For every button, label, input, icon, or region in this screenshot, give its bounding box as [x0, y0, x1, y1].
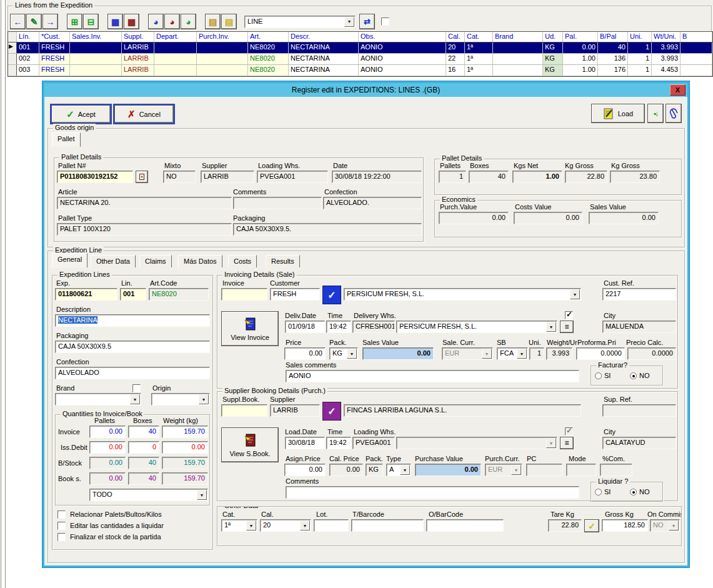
cat-select[interactable]: 1ª: [221, 519, 257, 532]
o-barcode-field[interactable]: [426, 519, 504, 532]
tab-claims[interactable]: Claims: [139, 255, 172, 267]
liquidar-no-radio[interactable]: NO: [630, 488, 650, 496]
close-button[interactable]: X: [670, 84, 686, 96]
iss-debit-boxes-field[interactable]: 0: [128, 441, 159, 454]
description-field[interactable]: NECTARINA: [55, 314, 210, 327]
chevron-down-icon[interactable]: [400, 465, 410, 475]
radio-selected-icon[interactable]: [630, 372, 637, 379]
tab-other-data[interactable]: Other Data: [91, 255, 136, 267]
line-confection-field[interactable]: ALVEOLADO: [55, 367, 210, 379]
chevron-down-icon[interactable]: [246, 521, 256, 531]
line-packaging-field[interactable]: CAJA 50X30X9.5: [55, 341, 210, 353]
radio-icon[interactable]: [595, 489, 602, 496]
iss-debit-weight-field[interactable]: 0.00: [162, 441, 208, 454]
asign-price-field[interactable]: 0.00: [284, 464, 326, 476]
origin-select[interactable]: [151, 393, 210, 406]
book-mode-select[interactable]: TODO: [89, 489, 208, 501]
grid-column-header[interactable]: Cat.: [465, 32, 493, 42]
grid-column-header[interactable]: Ud.: [543, 32, 563, 42]
delivery-report-button[interactable]: ≡: [560, 321, 574, 333]
grid-column-header[interactable]: Descr.: [289, 32, 359, 42]
load-button[interactable]: Load: [591, 104, 645, 123]
chevron-down-icon[interactable]: [347, 349, 357, 359]
chevron-down-icon[interactable]: [130, 394, 140, 404]
grid-column-header[interactable]: Wt/Uni.: [652, 32, 681, 42]
delivery-checkbox[interactable]: [565, 311, 573, 319]
invoice-weight-field[interactable]: 159.70: [162, 426, 208, 438]
grid-column-header[interactable]: Depart.: [154, 32, 197, 42]
suppl-book-field[interactable]: [221, 404, 267, 417]
chevron-down-icon[interactable]: [344, 17, 354, 27]
proforma-field[interactable]: 0.0000: [576, 347, 625, 360]
load-time-field[interactable]: 19:42: [326, 437, 351, 449]
accept-button[interactable]: ✓ Acept: [51, 105, 111, 123]
exp-field[interactable]: 011800621: [55, 288, 117, 301]
facturar-no-radio[interactable]: NO: [630, 372, 650, 379]
delivery-whs-select[interactable]: PERSICUM FRESH, S.L.: [396, 321, 557, 333]
tab-costs[interactable]: Costs: [228, 255, 257, 267]
toolbar-checkbox[interactable]: [381, 17, 389, 26]
customer-validate-icon[interactable]: ✓: [322, 286, 341, 304]
chevron-down-icon[interactable]: [517, 349, 527, 359]
tab-pallet[interactable]: Pallet: [52, 132, 81, 147]
type-select[interactable]: A: [386, 464, 411, 476]
chevron-down-icon[interactable]: [570, 289, 580, 299]
tab-results[interactable]: Results: [266, 255, 300, 267]
grid-column-header[interactable]: Art.: [248, 32, 289, 42]
finalizar-checkbox[interactable]: [57, 533, 66, 541]
grid-column-header[interactable]: Pal.: [563, 32, 598, 42]
grid-column-header[interactable]: B: [681, 32, 712, 42]
iss-debit-pallets-field[interactable]: 0.00: [89, 441, 126, 454]
sales-comments-field[interactable]: AONIO: [286, 370, 579, 382]
chevron-down-icon[interactable]: [300, 521, 310, 531]
radio-icon[interactable]: [595, 372, 602, 379]
grid-column-header[interactable]: Suppl.: [122, 32, 154, 42]
pie-chart-green-button[interactable]: ◕: [181, 14, 196, 29]
invoice-field[interactable]: [221, 288, 267, 301]
grid-column-header[interactable]: Sales.Inv.: [70, 32, 122, 42]
view-invoice-button[interactable]: View Invoice: [221, 311, 279, 346]
line-type-select[interactable]: LINE: [244, 16, 356, 28]
booking-comments-field[interactable]: [286, 486, 579, 499]
editar-checkbox[interactable]: [57, 522, 66, 530]
view-sbook-button[interactable]: View S.Book.: [221, 427, 279, 462]
grid-column-header[interactable]: B/Pal: [598, 32, 628, 42]
brand-select[interactable]: [55, 393, 141, 406]
next-add-line-button[interactable]: →: [42, 14, 58, 29]
deliv-time-field[interactable]: 19:42: [326, 321, 351, 333]
cust-ref-field[interactable]: 2217: [602, 288, 676, 301]
customer-code-field[interactable]: FRESH: [270, 288, 320, 301]
expedition-lines-grid[interactable]: Lín.*Cust.Sales.Inv.Suppl.Depart.Purch.I…: [7, 31, 713, 77]
pie-chart-blue-button[interactable]: ◕: [148, 14, 164, 29]
chevron-down-icon[interactable]: [197, 490, 207, 500]
pallet-lookup-button[interactable]: ▪: [136, 171, 148, 183]
grid-row[interactable]: ▶001FRESHLARRIBNE8020NECTARINAAONIO201ªK…: [8, 42, 712, 54]
grid-column-header[interactable]: Cal.: [446, 32, 465, 42]
brand-checkbox[interactable]: [132, 384, 141, 392]
grid-column-header[interactable]: Brand: [493, 32, 543, 42]
deliv-date-field[interactable]: 01/09/18: [285, 321, 325, 333]
customer-select[interactable]: PERSICUM FRESH, S.L.: [344, 288, 581, 301]
liquidar-si-radio[interactable]: SI: [595, 488, 611, 496]
sb-select[interactable]: FCA: [497, 347, 528, 360]
chevron-down-icon[interactable]: [199, 394, 209, 404]
calculator-blue-button[interactable]: ▦: [107, 14, 123, 29]
t-barcode-field[interactable]: [351, 519, 424, 532]
grid-column-header[interactable]: Obs.: [359, 32, 446, 42]
pie-chart-red-button[interactable]: ◕: [164, 14, 180, 29]
ledger-book-red-button[interactable]: ▤: [205, 14, 221, 29]
invoice-pallets-field[interactable]: 0.00: [89, 426, 126, 438]
loading-report-button[interactable]: ≡: [560, 437, 574, 449]
invoice-boxes-field[interactable]: 40: [128, 426, 159, 438]
tab-mas-datos[interactable]: Más Datos: [178, 255, 222, 267]
grid-row[interactable]: 002FRESHLARRIBNE8020NECTARINAAONIO221ªKG…: [8, 54, 712, 65]
grid-column-header[interactable]: *Cust.: [39, 32, 70, 42]
calculator-red-button[interactable]: ▦: [124, 14, 139, 29]
attachment-button[interactable]: [666, 104, 682, 123]
ledger-book-blue-button[interactable]: ▤: [221, 14, 237, 29]
price-field[interactable]: 0.00: [284, 347, 326, 360]
gross-field[interactable]: 182.50: [602, 519, 648, 532]
pallet-n-field[interactable]: P01180830192152: [57, 171, 133, 183]
dialog-titlebar[interactable]: Register edit in EXPEDITIONS: LINES .(GB…: [44, 83, 687, 97]
prev-remove-line-button[interactable]: ←: [10, 14, 26, 29]
